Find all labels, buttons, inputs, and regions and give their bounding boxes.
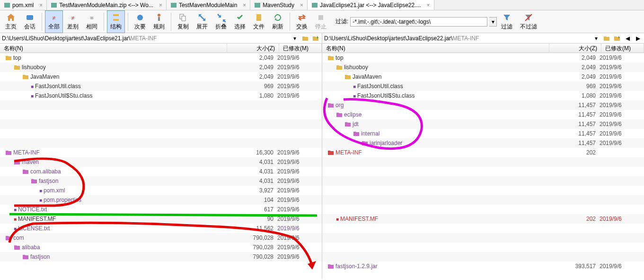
- same-button[interactable]: =相同: [83, 10, 101, 33]
- col-name[interactable]: 名称(N): [322, 44, 549, 53]
- collapse-button[interactable]: 折叠: [212, 10, 230, 33]
- tree-row[interactable]: [0, 129, 322, 138]
- svg-rect-4: [312, 3, 318, 8]
- tree-row[interactable]: com790,0282019/9/6: [0, 233, 322, 243]
- left-path[interactable]: D:\Users\LiShuo\Desktop\jartest\JavaEcli…: [2, 35, 289, 42]
- tree-row[interactable]: [322, 252, 644, 262]
- copy-button[interactable]: 复制: [174, 10, 192, 33]
- left-history-icon[interactable]: ▾: [291, 34, 299, 43]
- tree-row[interactable]: fastjson-1.2.9.jar393,5172019/9/6: [322, 262, 644, 271]
- tree-row[interactable]: com.alibaba4,0312019/9/6: [0, 167, 322, 176]
- minor-button[interactable]: 次要: [131, 10, 149, 33]
- tree-row[interactable]: ■FastJsonUtil$Stu.class1,0802019/9/6: [322, 91, 644, 100]
- tree-row[interactable]: [322, 167, 644, 176]
- tree-row[interactable]: ■NOTICE.txt6172019/9/6: [0, 205, 322, 214]
- tree-row[interactable]: ■LICENSE.txt11,5622019/9/6: [0, 224, 322, 233]
- tree-row[interactable]: [322, 157, 644, 167]
- left-browse-icon[interactable]: [301, 34, 309, 43]
- tree-row[interactable]: alibaba790,0282019/9/6: [0, 243, 322, 252]
- tree-row[interactable]: [322, 233, 644, 243]
- left-tree[interactable]: top2,0492019/9/6lishuoboy2,0492019/9/6Ja…: [0, 53, 322, 279]
- tree-row[interactable]: [0, 100, 322, 110]
- tree-row[interactable]: jdt11,4572019/9/6: [322, 119, 644, 129]
- tree-row[interactable]: [0, 138, 322, 148]
- svg-text:=: =: [90, 15, 93, 21]
- right-history-icon[interactable]: ▾: [592, 34, 600, 43]
- col-size[interactable]: 大小(Z): [549, 44, 601, 53]
- close-icon[interactable]: ×: [243, 2, 246, 9]
- select-button[interactable]: 选择: [231, 10, 249, 33]
- right-fwd-icon[interactable]: ▶: [634, 34, 642, 43]
- close-icon[interactable]: ×: [159, 2, 162, 9]
- tab[interactable]: pom.xml×: [0, 0, 47, 10]
- tree-row[interactable]: [0, 110, 322, 119]
- tree-row[interactable]: fastjson4,0312019/9/6: [0, 176, 322, 186]
- nofilter-button[interactable]: 不过滤: [517, 10, 540, 33]
- tree-row[interactable]: jarinjarloader11,4572019/9/6: [322, 138, 644, 148]
- diff-button[interactable]: ≠差别: [64, 10, 82, 33]
- struct-button[interactable]: 结构: [107, 10, 125, 33]
- tree-row[interactable]: [322, 224, 644, 233]
- tree-row[interactable]: META-INF202: [322, 148, 644, 157]
- right-browse-icon[interactable]: [602, 34, 611, 43]
- tree-row[interactable]: top2,0492019/9/6: [322, 53, 644, 63]
- tree-row[interactable]: [322, 195, 644, 205]
- tree-row[interactable]: lishuoboy2,0492019/9/6: [0, 63, 322, 72]
- close-icon[interactable]: ×: [300, 2, 303, 9]
- home-button[interactable]: 主页: [2, 10, 20, 33]
- left-open-icon[interactable]: [311, 34, 320, 43]
- filter-label: 过滤:: [335, 18, 348, 26]
- col-name[interactable]: 名称(N): [0, 44, 227, 53]
- tree-row[interactable]: top2,0492019/9/6: [0, 53, 322, 63]
- tab[interactable]: MavenStudy×: [250, 0, 308, 10]
- tree-row[interactable]: META-INF16,3002019/9/6: [0, 148, 322, 157]
- right-open-icon[interactable]: [613, 34, 621, 43]
- filter-button[interactable]: 过滤: [498, 10, 516, 33]
- tab[interactable]: JavaEclipse21.jar <--> JavaEclipse22....…: [308, 0, 434, 10]
- tree-row[interactable]: [322, 243, 644, 252]
- rule-button[interactable]: 规则: [150, 10, 168, 33]
- right-back-icon[interactable]: ◀: [623, 34, 632, 43]
- svg-rect-0: [4, 3, 10, 8]
- tree-row[interactable]: [0, 119, 322, 129]
- tree-row[interactable]: ■FastJsonUtil.class9692019/9/6: [0, 81, 322, 91]
- path-bar: D:\Users\LiShuo\Desktop\jartest\JavaEcli…: [0, 33, 644, 44]
- filter-input[interactable]: [350, 17, 487, 27]
- tree-row[interactable]: lishuoboy2,0492019/9/6: [322, 63, 644, 72]
- col-date[interactable]: 已修改(M): [601, 44, 644, 53]
- tree-row[interactable]: fastjson790,0282019/9/6: [0, 252, 322, 262]
- tree-row[interactable]: [322, 205, 644, 214]
- tab[interactable]: TestMavenModuleMain.zip <--> Wo...×: [47, 0, 167, 10]
- file-button[interactable]: 文件: [250, 10, 268, 33]
- tree-row[interactable]: ■pom.xml3,9272019/9/6: [0, 186, 322, 195]
- tree-row[interactable]: [322, 186, 644, 195]
- filter-dropdown[interactable]: ▾: [489, 17, 497, 27]
- right-path[interactable]: D:\Users\LiShuo\Desktop\jartest\JavaEcli…: [324, 35, 590, 42]
- tree-row[interactable]: ■pom.properties1042019/9/6: [0, 195, 322, 205]
- close-icon[interactable]: ×: [39, 2, 43, 9]
- tree-row[interactable]: internal11,4572019/9/6: [322, 129, 644, 138]
- right-tree[interactable]: top2,0492019/9/6lishuoboy2,0492019/9/6Ja…: [322, 53, 644, 279]
- tree-row[interactable]: JavaMaven2,0492019/9/6: [0, 72, 322, 81]
- close-icon[interactable]: ×: [427, 2, 430, 9]
- refresh-button[interactable]: 刷新: [269, 10, 287, 33]
- tab[interactable]: TestMavenModuleMain×: [167, 0, 250, 10]
- tree-row[interactable]: JavaMaven2,0492019/9/6: [322, 72, 644, 81]
- tree-row[interactable]: [322, 176, 644, 186]
- tree-row[interactable]: eclipse11,4572019/9/6: [322, 110, 644, 119]
- tree-row[interactable]: ■MANIFEST.MF2022019/9/6: [322, 214, 644, 224]
- col-date[interactable]: 已修改(M): [279, 44, 322, 53]
- swap-button[interactable]: 交换: [293, 10, 311, 33]
- col-size[interactable]: 大小(Z): [227, 44, 279, 53]
- tree-row[interactable]: ■FastJsonUtil.class9692019/9/6: [322, 81, 644, 91]
- svg-rect-2: [171, 3, 176, 8]
- stop-button[interactable]: 停止: [312, 10, 330, 33]
- svg-rect-9: [113, 14, 119, 16]
- tree-row[interactable]: ■MANIFEST.MF902019/9/6: [0, 214, 322, 224]
- tree-row[interactable]: maven4,0312019/9/6: [0, 157, 322, 167]
- session-button[interactable]: 会话: [21, 10, 39, 33]
- tree-row[interactable]: org11,4572019/9/6: [322, 100, 644, 110]
- tree-row[interactable]: ■FastJsonUtil$Stu.class1,0802019/9/6: [0, 91, 322, 100]
- all-button[interactable]: ≠全部: [45, 10, 63, 33]
- expand-button[interactable]: 展开: [193, 10, 211, 33]
